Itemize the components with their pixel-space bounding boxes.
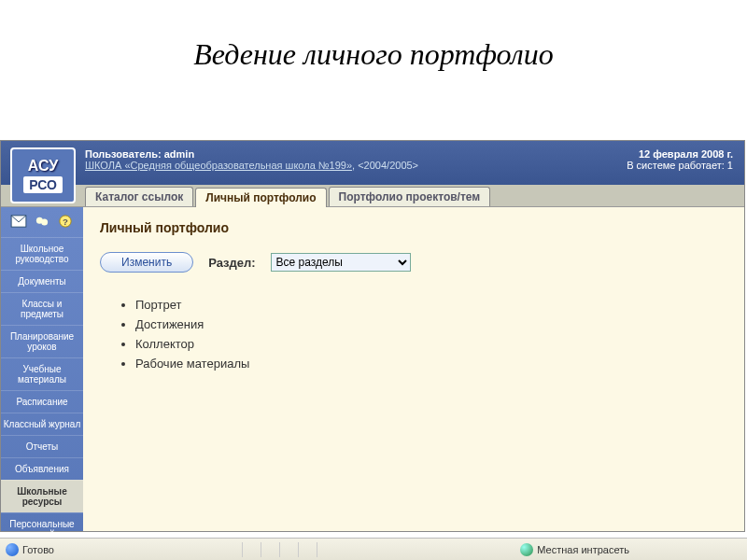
sidebar-item[interactable]: Планирование уроков xyxy=(1,325,83,357)
sidebar-item[interactable]: Объявления xyxy=(1,457,83,480)
user-label: Пользователь: admin xyxy=(85,148,627,160)
sidebar: ? Школьное руководство Документы Классы … xyxy=(1,207,83,531)
list-item[interactable]: Портрет xyxy=(135,295,727,315)
app-window: АСУ РСО Пользователь: admin ШКОЛА «Средн… xyxy=(0,140,745,532)
sidebar-item[interactable]: Классный журнал xyxy=(1,413,83,435)
svg-text:?: ? xyxy=(63,217,68,227)
list-item[interactable]: Коллектор xyxy=(135,334,727,354)
browser-statusbar: Готово Местная интрасеть xyxy=(0,538,747,560)
tabs-row: Каталог ссылок Личный портфолио Портфоли… xyxy=(1,185,744,207)
school-link[interactable]: ШКОЛА «Средняя общеобразовательная школа… xyxy=(85,160,352,171)
list-item[interactable]: Достижения xyxy=(135,315,727,334)
forum-icon[interactable] xyxy=(34,215,50,230)
slide-title: Ведение личного портфолио xyxy=(0,0,747,100)
status-ready: Готово xyxy=(22,544,54,555)
sidebar-item[interactable]: Учебные материалы xyxy=(1,357,83,390)
ie-icon xyxy=(6,543,19,556)
app-logo: АСУ РСО xyxy=(10,147,76,203)
tab-projects-portfolio[interactable]: Портфолио проектов/тем xyxy=(329,187,491,206)
app-header: Пользователь: admin ШКОЛА «Средняя общео… xyxy=(1,141,744,185)
sidebar-item[interactable]: Школьное руководство xyxy=(1,237,83,270)
sidebar-item[interactable]: Классы и предметы xyxy=(1,292,83,325)
sidebar-item[interactable]: Расписание xyxy=(1,390,83,413)
tab-links-catalog[interactable]: Каталог ссылок xyxy=(85,187,193,206)
sidebar-item[interactable]: Документы xyxy=(1,270,83,292)
tab-personal-portfolio[interactable]: Личный портфолио xyxy=(195,188,326,207)
section-select[interactable]: Все разделы xyxy=(271,253,411,272)
status-cells xyxy=(242,542,333,557)
edit-button[interactable]: Изменить xyxy=(100,252,193,273)
page-heading: Личный портфолио xyxy=(100,220,727,235)
list-item[interactable]: Рабочие материалы xyxy=(135,354,727,373)
security-zone: Местная интрасеть xyxy=(537,544,629,555)
sidebar-item-active[interactable]: Школьные ресурсы xyxy=(1,480,83,512)
globe-icon xyxy=(520,543,533,556)
portfolio-list: Портрет Достижения Коллектор Рабочие мат… xyxy=(135,295,727,373)
mail-icon[interactable] xyxy=(10,215,27,230)
logo-line1: АСУ xyxy=(28,158,58,175)
main-content: Личный портфолио Изменить Раздел: Все ра… xyxy=(83,207,744,531)
online-count: В системе работает: 1 xyxy=(627,160,733,171)
sidebar-item[interactable]: Отчеты xyxy=(1,435,83,457)
school-year: , <2004/2005> xyxy=(352,160,418,171)
logo-line2: РСО xyxy=(23,176,63,193)
header-date: 12 февраля 2008 г. xyxy=(627,148,733,160)
section-label: Раздел: xyxy=(208,256,255,270)
help-icon[interactable]: ? xyxy=(57,215,74,230)
svg-point-2 xyxy=(41,218,48,225)
